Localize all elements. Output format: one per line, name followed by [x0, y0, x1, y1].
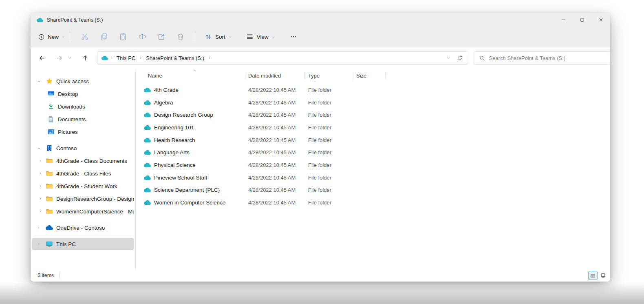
sidebar-item-documents[interactable]: Documents: [32, 113, 134, 125]
file-date-modified: 4/28/2022 10:45 AM: [248, 137, 308, 143]
arrow-up-icon: [82, 55, 89, 62]
address-dropdown-button[interactable]: [443, 53, 454, 63]
sidebar-item-4thgrade-student-work[interactable]: 4thGrade - Student Work: [32, 180, 134, 192]
view-lines-icon: [246, 33, 254, 41]
file-type: File folder: [308, 187, 356, 193]
delete-button[interactable]: [171, 30, 190, 44]
folder-icon: [46, 208, 53, 215]
minimize-button[interactable]: [554, 13, 573, 27]
file-name: Language Arts: [154, 149, 190, 155]
chevron-down-icon: [228, 35, 232, 39]
explorer-window: SharePoint & Teams (S:) New: [31, 13, 610, 282]
breadcrumb-this-pc[interactable]: This PC: [115, 54, 137, 62]
cloud-folder-icon: [144, 149, 151, 156]
chevron-right-icon: [38, 171, 43, 175]
sidebar-item-4thgrade-class-documents[interactable]: 4thGrade - Class Documents: [32, 155, 134, 167]
forward-button[interactable]: [53, 52, 66, 64]
sort-button[interactable]: Sort: [200, 30, 236, 44]
view-button[interactable]: View: [242, 30, 279, 44]
file-type: File folder: [308, 112, 356, 118]
column-header-name[interactable]: Name: [148, 73, 162, 79]
sort-ascending-icon: [193, 69, 196, 72]
minimize-icon: [560, 17, 567, 23]
rename-icon: [138, 33, 146, 41]
file-type: File folder: [308, 149, 356, 155]
sidebar-item-4thgrade-class-files[interactable]: 4thGrade - Class Files: [32, 167, 134, 180]
file-row[interactable]: Women in Computer Science 4/28/2022 10:4…: [136, 196, 610, 209]
file-row[interactable]: Algebra 4/28/2022 10:45 AM File folder: [136, 96, 610, 109]
paste-button[interactable]: [113, 30, 132, 44]
column-header-date-modified[interactable]: Date modified: [248, 73, 281, 79]
share-button[interactable]: [152, 30, 171, 44]
breadcrumb-current-drive[interactable]: SharePoint & Teams (S:): [144, 54, 206, 62]
up-button[interactable]: [79, 52, 91, 64]
sidebar-item-pictures[interactable]: Pictures: [32, 126, 134, 138]
rename-button[interactable]: [132, 30, 152, 44]
file-row[interactable]: 4th Grade 4/28/2022 10:45 AM File folder: [136, 84, 610, 96]
star-icon: [46, 78, 53, 85]
sidebar-item-onedrive[interactable]: OneDrive - Contoso: [32, 222, 134, 234]
file-row[interactable]: Design Research Group 4/28/2022 10:45 AM…: [136, 109, 610, 121]
details-view-toggle[interactable]: [588, 271, 598, 280]
cloud-drive-icon: [37, 17, 43, 23]
sidebar-item-designresearchgroup[interactable]: DesignResearchGroup - Design Resea: [32, 193, 134, 205]
cloud-folder-icon: [144, 99, 151, 106]
file-row[interactable]: Language Arts 4/28/2022 10:45 AM File fo…: [136, 146, 610, 159]
search-box[interactable]: [474, 51, 610, 64]
cut-button[interactable]: [75, 30, 94, 44]
file-rows: 4th Grade 4/28/2022 10:45 AM File folder…: [136, 82, 610, 209]
sidebar-item-desktop[interactable]: Desktop: [32, 88, 134, 100]
window-title: SharePoint & Teams (S:): [47, 17, 103, 23]
sidebar-item-quick-access[interactable]: Quick access: [32, 75, 134, 87]
copy-button[interactable]: [94, 30, 113, 44]
file-date-modified: 4/28/2022 10:45 AM: [248, 87, 308, 93]
column-headers: Name Date modified Type Size: [136, 69, 610, 82]
file-type: File folder: [308, 124, 356, 131]
sidebar-item-downloads[interactable]: Downloads: [32, 100, 134, 113]
file-name: Pineview School Staff: [154, 175, 207, 181]
sidebar-item-label: Downloads: [58, 104, 85, 110]
title-bar[interactable]: SharePoint & Teams (S:): [31, 13, 610, 27]
cut-icon: [81, 33, 89, 41]
cloud-folder-icon: [144, 137, 151, 144]
back-button[interactable]: [36, 52, 49, 64]
file-row[interactable]: Pineview School Staff 4/28/2022 10:45 AM…: [136, 171, 610, 184]
large-icons-view-toggle[interactable]: [598, 271, 608, 280]
column-header-size[interactable]: Size: [356, 73, 366, 79]
file-row[interactable]: Physical Science 4/28/2022 10:45 AM File…: [136, 159, 610, 171]
new-button[interactable]: New: [38, 30, 65, 44]
folder-icon: [46, 182, 53, 190]
sort-button-label: Sort: [215, 34, 225, 40]
sidebar-item-womenincomputerscience[interactable]: WomeninComputerScience - Manage: [32, 205, 134, 217]
plus-circle-icon: [38, 33, 45, 41]
file-row[interactable]: Science Department (PLC) 4/28/2022 10:45…: [136, 184, 610, 197]
cloud-drive-icon: [101, 55, 108, 61]
file-row[interactable]: Engineering 101 4/28/2022 10:45 AM File …: [136, 121, 610, 134]
file-date-modified: 4/28/2022 10:45 AM: [248, 124, 308, 131]
sidebar-item-contoso[interactable]: Contoso: [32, 142, 134, 154]
file-row[interactable]: Health Research 4/28/2022 10:45 AM File …: [136, 134, 610, 146]
maximize-button[interactable]: [573, 13, 591, 27]
maximize-icon: [579, 17, 585, 23]
file-name: Algebra: [154, 100, 173, 106]
file-name: Design Research Group: [154, 112, 213, 118]
cloud-folder-icon: [144, 124, 151, 131]
cloud-folder-icon: [144, 186, 151, 193]
file-date-modified: 4/28/2022 10:45 AM: [248, 175, 308, 181]
see-more-button[interactable]: [286, 30, 301, 44]
chevron-right-icon: [38, 159, 43, 163]
search-input[interactable]: [489, 55, 606, 61]
file-name: Science Department (PLC): [154, 187, 220, 193]
sort-arrows-icon: [204, 33, 212, 41]
refresh-button[interactable]: [454, 53, 465, 63]
sidebar-item-label: Desktop: [58, 91, 78, 97]
recent-locations-button[interactable]: [66, 52, 75, 64]
sidebar-item-this-pc[interactable]: This PC: [32, 238, 134, 250]
column-header-type[interactable]: Type: [308, 73, 320, 79]
address-bar[interactable]: This PC SharePoint & Teams (S:): [97, 51, 468, 64]
large-icons-view-icon: [600, 273, 606, 279]
toolbar-separator: [195, 31, 195, 42]
sidebar-item-label: WomeninComputerScience - Manage: [56, 209, 134, 215]
close-button[interactable]: [591, 13, 610, 27]
status-separator: [59, 273, 60, 279]
